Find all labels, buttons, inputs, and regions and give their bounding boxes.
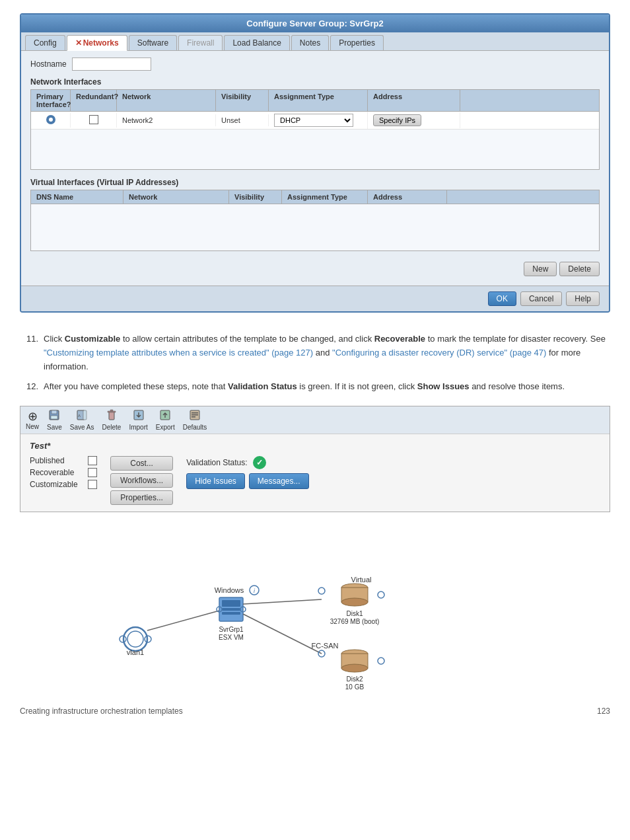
toolbar-import[interactable]: Import [129, 409, 147, 431]
ni-redundant-1[interactable] [71, 113, 117, 128]
toolbar-export[interactable]: Export [156, 409, 175, 431]
tab-firewall: Firewall [178, 35, 223, 50]
vi-action-buttons: New Delete [30, 259, 600, 279]
hostname-input[interactable] [72, 57, 151, 71]
instruction-12: 12. After you have completed these steps… [20, 380, 610, 394]
ok-button[interactable]: OK [488, 291, 516, 306]
published-label: Published [30, 456, 83, 465]
dialog-tabs: Config ✕Networks Software Firewall Load … [21, 32, 609, 51]
inst-text-11: Click Customizable to allow certain attr… [44, 332, 610, 373]
specify-ips-button[interactable]: Specify IPs [373, 114, 421, 126]
ni-address-1[interactable]: Specify IPs [368, 112, 460, 128]
tab-networks[interactable]: ✕Networks [67, 35, 127, 51]
checkbox-redundant[interactable] [89, 115, 98, 124]
toolbar-save-as-label: Save As [70, 424, 94, 431]
svg-rect-22 [222, 612, 240, 615]
delete-vi-button[interactable]: Delete [559, 262, 600, 276]
hide-issues-button[interactable]: Hide Issues [186, 473, 245, 489]
radio-primary[interactable] [46, 115, 55, 124]
svrgrp1-to-disk2-line [243, 614, 322, 654]
infrastructure-diagram: vlan1 SvrGrp1 ESX VM Windows i Virtual [20, 521, 610, 693]
virtual-interfaces-label: Virtual Interfaces (Virtual IP Addresses… [30, 178, 600, 187]
template-name: Test* [30, 441, 600, 451]
toolbar-delete-label: Delete [102, 424, 122, 431]
recoverable-checkbox[interactable] [88, 468, 97, 477]
footer-left-text: Creating infrastructure orchestration te… [20, 706, 183, 716]
windows-label: Windows i [215, 586, 259, 595]
customizable-checkbox[interactable] [88, 480, 97, 489]
ni-assignment-1[interactable]: DHCP Static [269, 112, 368, 129]
template-name-value: Test* [30, 441, 50, 451]
validation-status-bold: Validation Status [228, 381, 297, 391]
svg-point-37 [378, 658, 384, 664]
th-network: Network [117, 90, 216, 111]
svg-rect-7 [108, 411, 116, 412]
properties-button[interactable]: Properties... [110, 490, 173, 505]
tab-properties[interactable]: Properties [330, 35, 384, 50]
published-checkbox[interactable] [88, 456, 97, 465]
messages-button[interactable]: Messages... [249, 473, 309, 489]
toolbar-save-as[interactable]: A Save As [70, 409, 94, 431]
dialog-footer: OK Cancel Help [21, 286, 609, 311]
toolbar-defaults-label: Defaults [183, 424, 207, 431]
defaults-icon [189, 409, 201, 423]
tab-load-balance[interactable]: Load Balance [224, 35, 289, 50]
cancel-button[interactable]: Cancel [520, 291, 562, 306]
svrgrp1-label-2: ESX VM [219, 634, 244, 641]
inst-num-11: 11. [20, 332, 38, 373]
link-customizing[interactable]: "Customizing template attributes when a … [44, 348, 313, 358]
svg-rect-2 [51, 416, 57, 419]
published-row: Published [30, 456, 97, 465]
inst-num-12: 12. [20, 380, 38, 394]
ni-network-1: Network2 [117, 114, 216, 126]
save-as-icon: A [76, 409, 88, 423]
help-button[interactable]: Help [566, 291, 600, 306]
svg-text:A: A [78, 414, 81, 418]
vi-table-header: DNS Name Network Visibility Assignment T… [31, 190, 599, 204]
svg-rect-6 [109, 412, 114, 420]
import-icon [133, 409, 145, 423]
validation-status-row: Validation Status: ✓ [186, 456, 308, 469]
hostname-label: Hostname [30, 59, 67, 69]
toolbar-save[interactable]: Save [47, 409, 62, 431]
toolbar-export-label: Export [156, 424, 175, 431]
new-vi-button[interactable]: New [524, 262, 557, 276]
svg-text:Windows: Windows [215, 586, 244, 594]
ni-table-header: PrimaryInterface? Redundant? Network Vis… [31, 90, 599, 112]
template-panel: ⊕ New Save A Save As Delete Import [20, 406, 610, 512]
diagram-svg: vlan1 SvrGrp1 ESX VM Windows i Virtual [20, 521, 610, 693]
toolbar-defaults[interactable]: Defaults [183, 409, 207, 431]
workflows-button[interactable]: Workflows... [110, 473, 173, 488]
svg-rect-8 [110, 410, 113, 411]
svg-rect-4 [83, 410, 87, 420]
recoverable-label: Recoverable [30, 468, 83, 477]
validation-status-label: Validation Status: [186, 458, 248, 467]
tab-notes[interactable]: Notes [291, 35, 329, 50]
toolbar-new[interactable]: ⊕ New [26, 410, 39, 430]
th-address: Address [368, 90, 460, 111]
ni-primary-1[interactable] [31, 113, 71, 128]
ni-visibility-1: Unset [216, 114, 269, 126]
delete-icon [106, 409, 118, 423]
link-dr[interactable]: "Configuring a disaster recovery (DR) se… [332, 348, 546, 358]
vlan1-node: vlan1 [120, 627, 151, 656]
instructions: 11. Click Customizable to allow certain … [20, 332, 610, 394]
ni-empty-rows [31, 130, 599, 169]
recoverable-bold: Recoverable [374, 334, 425, 344]
svg-point-32 [378, 592, 384, 598]
assignment-select[interactable]: DHCP Static [274, 114, 353, 127]
svg-point-31 [341, 598, 368, 606]
cost-button[interactable]: Cost... [110, 456, 173, 471]
page-footer: Creating infrastructure orchestration te… [20, 706, 610, 716]
svg-point-36 [341, 664, 368, 672]
toolbar-new-label: New [26, 423, 39, 430]
tab-software[interactable]: Software [129, 35, 177, 50]
new-icon: ⊕ [28, 410, 38, 422]
disk1-label-1: Disk1 [346, 610, 363, 617]
vlan1-to-svrgrp1-line [147, 611, 219, 630]
tab-config[interactable]: Config [25, 35, 65, 50]
svrgrp1-to-disk1-line [243, 599, 322, 604]
network-interfaces-table: PrimaryInterface? Redundant? Network Vis… [30, 89, 600, 170]
toolbar-delete[interactable]: Delete [102, 409, 122, 431]
th-primary: PrimaryInterface? [31, 90, 71, 111]
